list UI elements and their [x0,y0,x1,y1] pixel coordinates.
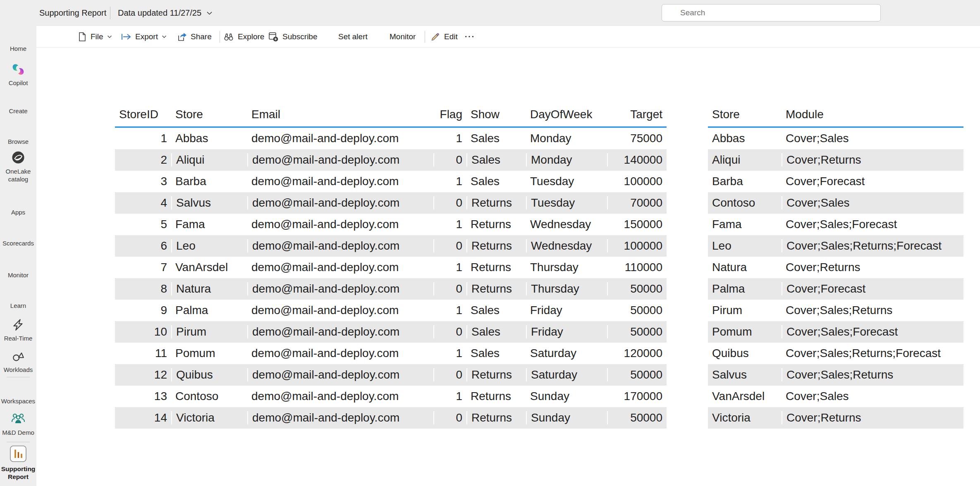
table-cell: Sales [466,153,526,167]
set-alert-button[interactable]: Set alert [338,26,368,48]
table-row: PomumCover;Sales;Forecast [708,321,963,343]
table-row: 1Abbasdemo@mail-and-deploy.com1SalesMond… [115,128,667,149]
header-cell-store[interactable]: Store [708,108,782,121]
home-label: Home [0,45,36,52]
export-button[interactable]: Export [121,26,167,48]
export-icon [121,32,131,41]
copilot-icon [11,62,25,76]
sidebar-item-mnd-demo-workspace[interactable]: M&D Demo [0,411,36,436]
table-cell: Sales [466,347,526,360]
sidebar-item-scorecards[interactable]: Scorecards [0,239,36,247]
sidebar-item-apps[interactable]: Apps [0,208,36,216]
table-row: 2Aliquidemo@mail-and-deploy.com0SalesMon… [115,149,667,171]
table-cell: demo@mail-and-deploy.com [247,347,433,360]
sidebar-item-workloads[interactable]: Workloads [0,349,36,374]
table-row: VictoriaCover;Returns [708,407,963,429]
table-row: 10Pirumdemo@mail-and-deploy.com0SalesFri… [115,321,667,343]
header-cell-dayofweek[interactable]: DayOfWeek [526,108,607,121]
table-cell: Cover;Sales;Returns;Forecast [782,347,963,360]
table-cell: 100000 [607,239,667,253]
header-cell-storeid[interactable]: StoreID [115,108,171,121]
sidebar-item-supporting-report[interactable]: Supporting Report [0,445,36,481]
module-table-header: Store Module [708,102,963,128]
header-cell-email[interactable]: Email [247,108,433,121]
table-cell: 0 [433,239,466,253]
table-cell: Thursday [526,261,607,274]
more-options-button[interactable]: ··· [465,26,475,48]
table-cell: Cover;Returns [782,261,963,274]
share-button[interactable]: Share [177,26,212,48]
sidebar-item-onelake-catalog[interactable]: OneLake catalog [0,150,36,183]
toolbar-divider [220,31,220,43]
table-row: 12Quibusdemo@mail-and-deploy.com0Returns… [115,364,667,386]
table-cell: Victoria [708,411,782,424]
table-cell: demo@mail-and-deploy.com [247,196,433,210]
data-updated-label: Data updated 11/27/25 [118,8,201,18]
apps-label: Apps [0,208,36,216]
table-cell: 50000 [607,325,667,338]
explore-button[interactable]: Explore [223,26,264,48]
table-cell: Victoria [171,411,247,424]
table-cell: Natura [171,282,247,295]
table-cell: Aliqui [171,153,247,167]
table-cell: Cover;Returns [782,411,963,424]
sidebar-item-browse[interactable]: Browse [0,138,36,145]
table-cell: 11 [115,347,171,360]
set-alert-label: Set alert [338,32,368,41]
table-row: 5Famademo@mail-and-deploy.com1ReturnsWed… [115,214,667,235]
table-cell: 7 [115,261,171,274]
chevron-down-icon [206,11,213,15]
table-cell: demo@mail-and-deploy.com [247,153,433,167]
table-cell: 4 [115,196,171,210]
table-row: PalmaCover;Forecast [708,278,963,300]
table-cell: Contoso [171,390,247,403]
table-cell: Barba [708,175,782,188]
table-cell: Cover;Forecast [782,175,963,188]
subscribe-button[interactable]: Subscribe [268,26,318,48]
real-time-icon [11,318,25,332]
workloads-icon [11,349,25,363]
table-cell: Returns [466,196,526,210]
table-cell: VanArsdel [171,261,247,274]
table-cell: Cover;Sales;Returns;Forecast [782,239,963,253]
header-cell-show[interactable]: Show [466,108,526,121]
table-cell: demo@mail-and-deploy.com [247,282,433,295]
table-row: AliquiCover;Returns [708,149,963,171]
explore-binoculars-icon [223,32,234,42]
header-cell-target[interactable]: Target [607,108,667,121]
file-button[interactable]: File [78,26,112,48]
monitor-nav-label: Monitor [0,271,36,279]
search-input[interactable] [662,5,880,21]
table-cell: Tuesday [526,175,607,188]
table-cell: 1 [433,218,466,231]
sidebar-item-monitor[interactable]: Monitor [0,271,36,279]
data-updated-button[interactable]: Data updated 11/27/25 [118,0,213,26]
table-cell: 0 [433,282,466,295]
report-bar-chart-icon [10,445,27,462]
table-cell: Fama [171,218,247,231]
sidebar-item-learn[interactable]: Learn [0,302,36,310]
table-cell: Palma [708,282,782,295]
sidebar-item-create[interactable]: Create [0,107,36,115]
store-table-header: StoreID Store Email Flag Show DayOfWeek … [115,102,667,128]
edit-button[interactable]: Edit [430,26,458,48]
table-row: VanArsdelCover;Sales [708,386,963,407]
sidebar-item-real-time[interactable]: Real-Time [0,318,36,342]
monitor-button[interactable]: Monitor [390,26,416,48]
table-cell: 150000 [607,218,667,231]
sidebar-item-home[interactable]: Home [0,45,36,52]
table-cell: 1 [433,175,466,188]
sidebar-item-copilot[interactable]: Copilot [0,62,36,87]
table-cell: Sunday [526,411,607,424]
sidebar-item-workspaces[interactable]: Workspaces [0,397,36,405]
table-cell: 0 [433,153,466,167]
table-cell: 5 [115,218,171,231]
real-time-label: Real-Time [0,334,36,342]
header-cell-flag[interactable]: Flag [433,108,466,121]
header-cell-module[interactable]: Module [782,108,963,121]
table-row: QuibusCover;Sales;Returns;Forecast [708,343,963,364]
table-cell: 110000 [607,261,667,274]
header-cell-store[interactable]: Store [171,108,247,121]
table-cell: Saturday [526,368,607,381]
table-cell: Pomum [708,325,782,338]
